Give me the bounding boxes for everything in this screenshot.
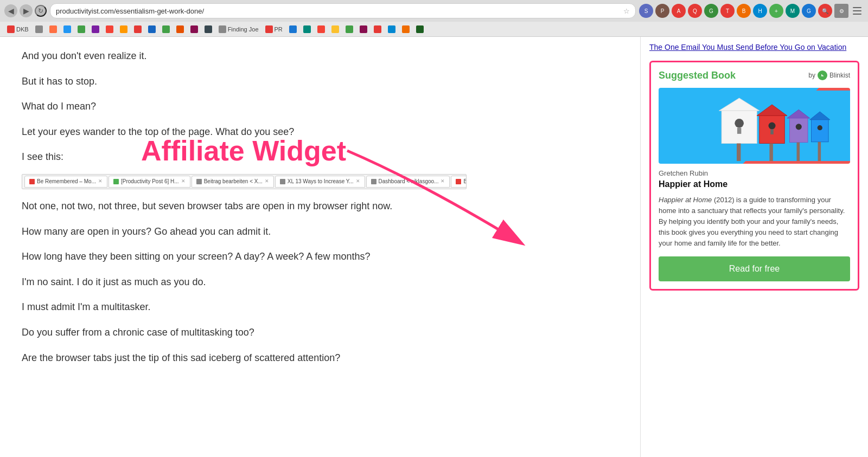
ext-icon-3[interactable]: A [672,4,686,18]
bookmarks-bar: DKB Finding Joe PR [0,22,868,37]
bookmark-18[interactable] [329,24,342,34]
tab-2: [Productivity Post 6] H... ✕ [108,176,190,188]
bookmark-4[interactable] [61,24,74,34]
ext-icon-4[interactable]: Q [688,4,702,18]
back-button[interactable]: ◀ [4,4,17,17]
tab-1-label: Be Remembered – Mo... [37,177,96,186]
reload-button[interactable]: ↻ [35,5,47,17]
ext-icon-1[interactable]: S [639,4,653,18]
svg-rect-10 [770,129,774,134]
tab-5-label: Dashboard < niklasgoo... [379,177,439,186]
ext-icon-7[interactable]: B [737,4,751,18]
suggested-book-widget: Suggested Book by Blinkist [649,61,859,291]
address-bar[interactable]: productivityist.com/essentialism-get-wor… [50,3,636,18]
suggested-book-title: Suggested Book [659,70,736,81]
tab-1-close: ✕ [98,177,103,185]
svg-rect-12 [790,118,808,143]
article-area: Affiliate Widget And you don't even real… [0,37,640,457]
article-text: And you don't even realize it. But it ha… [22,48,467,366]
ext-icon-2[interactable]: P [655,4,669,18]
read-free-button[interactable]: Read for free [659,256,850,281]
tab-5: Dashboard < niklasgoo... ✕ [366,176,450,188]
bookmark-3[interactable] [47,24,60,34]
bookmark-21[interactable] [371,24,384,34]
browser-tabs-screenshot: Be Remembered – Mo... ✕ [Productivity Po… [22,174,467,189]
tab-2-close: ✕ [181,177,186,185]
bookmark-11[interactable] [159,24,173,34]
article-para-2: But it has to stop. [22,73,467,90]
ext-icon-8[interactable]: H [753,4,767,18]
bookmark-22[interactable] [385,24,398,34]
svg-rect-18 [769,143,773,161]
nav-buttons: ◀ ▶ ↻ [4,4,47,17]
ext-icon-6[interactable]: T [720,4,735,18]
bookmark-6[interactable] [89,24,102,34]
tab-3-close: ✕ [265,177,269,185]
ext-icon-5[interactable]: G [704,4,718,18]
bookmark-23[interactable] [399,24,412,34]
bookmark-5[interactable] [75,24,88,34]
bookmark-14[interactable] [202,24,215,34]
bookmark-7[interactable] [103,24,116,34]
star-icon[interactable]: ☆ [623,7,630,15]
svg-point-13 [796,124,802,130]
bookmark-dkb[interactable]: DKB [4,24,31,34]
bookmark-2[interactable] [33,24,46,34]
browser-content: Affiliate Widget And you don't even real… [0,37,868,457]
book-title-italic: Happier at Home [659,196,712,204]
bookmark-finding-joe[interactable]: Finding Joe [216,24,261,34]
article-para-8: How long have they been sitting on your … [22,248,467,265]
bookmark-8[interactable] [117,24,130,34]
svg-rect-6 [737,127,741,133]
svg-rect-19 [797,142,800,160]
bookmark-10[interactable] [145,24,158,34]
article-para-5: I see this: [22,149,467,165]
bookmark-finding-joe-label: Finding Joe [228,26,259,33]
svg-rect-15 [811,119,828,141]
bookmark-20[interactable] [357,24,370,34]
tab-4: XL 13 Ways to Increase Y... ✕ [275,176,365,188]
bookmark-label: DKB [16,26,29,33]
bookmark-13[interactable] [188,24,201,34]
bookmark-pr[interactable]: PR [263,24,285,34]
tab-3: Beitrag bearbeiten < X... ✕ [192,176,274,188]
bookmark-pr-label: PR [275,26,283,33]
ext-icon-13[interactable]: ⚙ [834,4,848,18]
sidebar-top-link[interactable]: The One Email You Must Send Before You G… [649,42,859,53]
tab-6-label: Barney Stinson's song... [463,177,467,186]
svg-point-16 [818,125,822,130]
tab-2-label: [Productivity Post 6] H... [121,177,179,186]
book-title: Happier at Home [659,179,850,189]
ext-icon-12[interactable]: 🔍 [818,4,832,18]
address-text: productivityist.com/essentialism-get-wor… [56,7,204,15]
article-para-9: I'm no saint. I do it just as much as yo… [22,274,467,291]
svg-point-9 [769,122,776,129]
bookmark-9[interactable] [131,24,144,34]
book-author: Gretchen Rubin [659,169,850,177]
by-label: by [808,72,815,79]
bookmark-16[interactable] [301,24,314,34]
article-para-6: Not one, not two, not three, but seven b… [22,198,467,215]
bookmark-17[interactable] [315,24,328,34]
bookmark-19[interactable] [343,24,356,34]
bookmark-12[interactable] [174,24,187,34]
ext-icon-9[interactable]: + [769,4,783,18]
svg-point-5 [735,119,744,128]
ext-icon-10[interactable]: M [786,4,800,18]
blinkist-logo-icon [818,70,827,80]
sidebar: The One Email You Must Send Before You G… [640,37,868,457]
book-description: Happier at Home (2012) is a guide to tra… [659,195,850,249]
book-cover-image [659,88,850,164]
article-para-1: And you don't even realize it. [22,48,467,65]
blinkist-label: Blinkist [829,72,850,79]
browser-chrome: ◀ ▶ ↻ productivityist.com/essentialism-g… [0,0,868,37]
browser-menu-button[interactable] [851,4,864,17]
ext-icon-11[interactable]: G [802,4,816,18]
bookmark-15[interactable] [286,24,299,34]
forward-button[interactable]: ▶ [20,4,33,17]
bookmark-24[interactable] [413,24,426,34]
article-para-11: Do you suffer from a chronic case of mul… [22,324,467,341]
article-para-10: I must admit I'm a multitasker. [22,299,467,316]
article-para-4: Let your eyes wander to the top of the p… [22,124,467,140]
article-para-12: Are the browser tabs just the tip of thi… [22,350,467,366]
